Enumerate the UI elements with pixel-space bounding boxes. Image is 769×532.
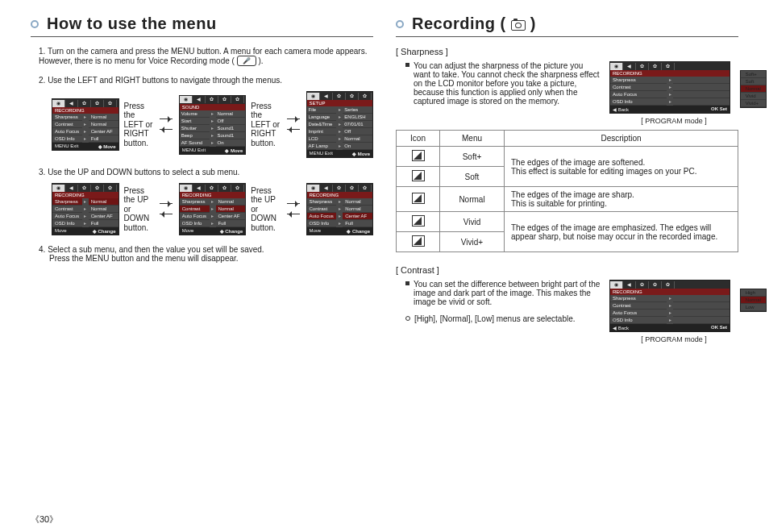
page-number: 《30》 [31, 513, 58, 526]
step-3: 3. Use the UP and DOWN buttons to select… [39, 168, 373, 235]
hint-lr-1: Press the LEFT or RIGHT button. [124, 102, 153, 148]
lcd-sound: ◉◀✿✿✿SOUNDVolume▸NormalStart▸OffShutter▸… [179, 95, 247, 155]
lcd-setup: ◉◀✿✿✿SETUPFile▸SeriesLanguage▸ENGLISHDat… [306, 91, 374, 158]
arrow-right-icon [285, 115, 301, 123]
square-bullet-icon [405, 63, 409, 67]
panel-caption: [ PROGRAM mode ] [609, 335, 738, 343]
circle-bullet-icon [405, 316, 410, 321]
voice-mode-icon: 🎤 [237, 56, 256, 66]
contrast-label: [ Contrast ] [396, 265, 738, 275]
lcd-recording-1: ◉◀✿✿✿RECORDINGSharpness▸NormalContrast▸N… [52, 98, 119, 151]
sharpness-label: [ Sharpness ] [396, 47, 738, 56]
normal-icon [412, 193, 425, 204]
hint-ud-1: Press the UP or DOWN button. [124, 186, 153, 233]
left-title: How to use the menu [47, 15, 217, 33]
steps-list: 1. Turn on the camera and press the MENU… [31, 47, 373, 263]
arrow-right-icon [158, 200, 174, 208]
lr-nav-row: ◉◀✿✿✿RECORDINGSharpness▸NormalContrast▸N… [52, 91, 373, 158]
sharpness-table: Icon Menu Description Soft+The edges of … [396, 130, 738, 252]
arrow-left-icon [158, 126, 174, 134]
soft-icon [412, 170, 425, 181]
sharpness-tbody: Soft+The edges of the image are softened… [397, 147, 738, 252]
step-1: 1. Turn on the camera and press the MENU… [39, 47, 373, 66]
step-2: 2. Use the LEFT and RIGHT buttons to nav… [39, 76, 373, 158]
th-icon: Icon [397, 131, 440, 147]
contrast-bullet: [High], [Normal], [Low] menus are select… [405, 314, 601, 323]
left-title-bar: How to use the menu [31, 15, 373, 37]
vivid-icon [412, 215, 425, 227]
hint-lr-2: Press the LEFT or RIGHT button. [251, 102, 280, 148]
step-4: 4. Select a sub menu, and then the value… [39, 245, 373, 263]
arrow-right-icon [158, 115, 174, 123]
lcd-recording-4: ◉◀✿✿✿RECORDINGSharpness▸NormalContrast▸N… [306, 183, 374, 235]
lcd-recording-3: ◉◀✿✿✿RECORDINGSharpness▸NormalContrast▸N… [179, 183, 247, 235]
square-bullet-icon [405, 281, 409, 285]
right-title-bar: Recording ( ) [396, 15, 738, 37]
arrow-left-icon [158, 210, 174, 218]
camera-icon [511, 20, 526, 31]
title-bullet-icon [396, 20, 404, 28]
right-title: Recording ( ) [412, 15, 536, 33]
lcd-recording-2: ◉◀✿✿✿RECORDINGSharpness▸NormalContrast▸N… [52, 183, 119, 235]
soft-plus-icon [412, 150, 425, 161]
panel-caption: [ PROGRAM mode ] [609, 117, 738, 125]
arrow-left-icon [285, 126, 301, 134]
left-column: How to use the menu 1. Turn on the camer… [31, 15, 373, 522]
sharpness-paragraph: You can adjust the sharpness of the pict… [405, 61, 601, 106]
right-column: Recording ( ) [ Sharpness ] You can adju… [396, 15, 738, 522]
vivid-plus-icon [412, 235, 425, 247]
th-menu: Menu [440, 131, 505, 147]
contrast-paragraph: You can set the difference between brigh… [405, 280, 601, 306]
title-bullet-icon [31, 20, 39, 28]
lcd-contrast-panel: ◉◀✿✿✿RECORDINGSharpness▸Contrast▸Auto Fo… [609, 280, 730, 332]
lcd-sharpness-panel: ◉◀✿✿✿RECORDINGSharpness▸Contrast▸Auto Fo… [609, 61, 730, 114]
hint-ud-2: Press the UP or DOWN button. [251, 186, 280, 233]
arrow-right-icon [285, 200, 301, 208]
arrow-left-icon [285, 210, 301, 218]
ud-nav-row: ◉◀✿✿✿RECORDINGSharpness▸NormalContrast▸N… [52, 183, 373, 235]
th-desc: Description [505, 131, 738, 147]
